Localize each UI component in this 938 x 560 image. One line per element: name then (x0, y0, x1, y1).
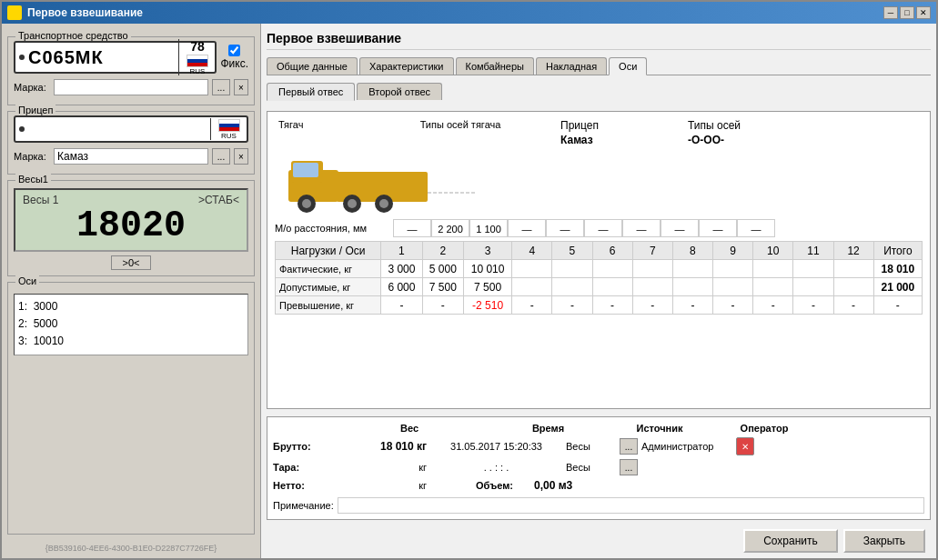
dist-cell-2: 1 100 (469, 219, 508, 237)
netto-label: Нетто: (273, 480, 332, 491)
pritsep-group: Прицеп RUS Марка: ... × (7, 111, 255, 175)
col-9: 9 (713, 242, 753, 260)
primechanie-row: Примечание: (273, 497, 924, 514)
dist-cell-3: — (508, 219, 546, 237)
dop-8 (672, 278, 712, 296)
dop-7 (632, 278, 672, 296)
fakt-2: 5 000 (422, 260, 463, 278)
dop-itogo: 21 000 (873, 278, 922, 296)
pritsep-plate-region: RUS (210, 118, 243, 140)
ves-header: Вес (337, 423, 482, 434)
prev-6: - (592, 296, 632, 315)
main-window: Первое взвешивание ─ □ ✕ Транспортное ср… (0, 0, 938, 560)
netto-row: Нетто: кг Объем: 0,00 м3 (273, 479, 924, 492)
marka-clear-button[interactable]: × (234, 79, 248, 95)
table-row: Превышение, кг - - -2 510 - - - - - - - … (276, 296, 923, 315)
col-header-label: Нагрузки / Оси (276, 242, 381, 260)
svg-point-7 (348, 199, 357, 208)
title-bar: Первое взвешивание ─ □ ✕ (2, 2, 936, 24)
maximize-button[interactable]: □ (900, 6, 914, 19)
close-button[interactable]: Закрыть (843, 529, 925, 553)
fakt-itogo: 18 010 (873, 260, 922, 278)
marka-row-pritsep: Марка: ... × (14, 148, 248, 165)
dist-cell-9: — (737, 219, 775, 237)
plate-dot (19, 55, 25, 60)
col-itogo: Итого (873, 242, 922, 260)
istochnik-header: Источник (614, 423, 705, 434)
operator-header: Оператор (705, 423, 823, 434)
svg-point-5 (302, 199, 311, 208)
truck-icon (284, 152, 484, 215)
brutto-delete-button[interactable]: ✕ (736, 437, 754, 455)
tara-time: . . : : . (430, 462, 562, 473)
tab-kombainery[interactable]: Комбайнеры (456, 57, 535, 75)
tara-source-button[interactable]: ... (620, 459, 638, 475)
axes-table: Нагрузки / Оси 1 2 3 4 5 6 7 8 9 10 11 (275, 241, 923, 315)
pritsep-header: Прицеп (560, 119, 688, 132)
pritsep-plate-flag (218, 119, 240, 132)
fix-checkbox[interactable] (228, 45, 240, 56)
list-item: 2: 5000 (18, 315, 244, 333)
tab-nakladnaya[interactable]: Накладная (536, 57, 607, 75)
brutto-label: Брутто: (273, 441, 332, 452)
pritsep-plate-rus: RUS (221, 132, 237, 140)
pritsep-marka-input[interactable] (54, 148, 208, 165)
brutto-source-button[interactable]: ... (620, 438, 638, 455)
netto-ves: кг (336, 480, 427, 491)
brutto-source: Весы (566, 441, 616, 452)
fakt-5 (552, 260, 592, 278)
window-close-button[interactable]: ✕ (916, 6, 931, 19)
pritsep-marka-clear-button[interactable]: × (234, 148, 248, 165)
scales-header-right: >СТАБ< (198, 194, 239, 206)
col-2: 2 (422, 242, 463, 260)
dop-4 (512, 278, 552, 296)
marka-browse-button[interactable]: ... (212, 79, 230, 95)
fakt-12 (833, 260, 873, 278)
distance-cells: — 2 200 1 100 — — — — — — — (393, 219, 775, 237)
row-label-dop: Допустимые, кг (276, 278, 381, 296)
license-plate-row: С065МК 78 RUS Фикс. (14, 41, 248, 74)
pritsep-plate-dot (19, 126, 25, 132)
fix-label: Фикс. (220, 57, 248, 70)
pritsep-plate: RUS (14, 115, 248, 143)
sub-tabs: Первый отвес Второй отвес (267, 83, 931, 100)
zero-button[interactable]: >0< (111, 255, 152, 270)
prev-9: - (713, 296, 753, 315)
prev-8: - (672, 296, 712, 315)
tipy-osei-pr-value: -О-ОО- (688, 134, 741, 146)
prev-11: - (793, 296, 833, 315)
plate-number: С065МК (28, 47, 178, 68)
col-4: 4 (512, 242, 552, 260)
col-1: 1 (381, 242, 422, 260)
dist-cell-1: 2 200 (431, 219, 469, 237)
plate-region: 78 RUS (178, 39, 211, 75)
tab-obshchie[interactable]: Общие данные (267, 57, 358, 75)
tab-osi[interactable]: Оси (609, 57, 647, 75)
prev-2: - (422, 296, 463, 315)
pritsep-value: Камаз (560, 134, 688, 146)
prev-3: -2 510 (464, 296, 512, 315)
tyagach-header: Тягач (278, 119, 378, 146)
fakt-8 (672, 260, 712, 278)
dist-cell-5: — (584, 219, 622, 237)
tipy-osei-header: Типы осей тягача (378, 119, 542, 146)
fakt-6 (592, 260, 632, 278)
distance-row: М/о расстояния, мм — 2 200 1 100 — — — —… (275, 219, 923, 237)
pritsep-group-title: Прицеп (15, 105, 55, 115)
dist-cell-6: — (622, 219, 661, 237)
fakt-9 (713, 260, 753, 278)
transport-group: Транспортное средство С065МК 78 RUS (7, 36, 255, 105)
distance-label: М/о расстояния, мм (275, 223, 393, 234)
tab-kharakteristiki[interactable]: Характеристики (359, 57, 454, 75)
sub-tab-second[interactable]: Второй отвес (357, 83, 442, 100)
col-11: 11 (793, 242, 833, 260)
save-button[interactable]: Сохранить (743, 529, 838, 553)
sub-tab-first[interactable]: Первый отвес (267, 83, 355, 101)
dop-10 (753, 278, 793, 296)
dop-3: 7 500 (464, 278, 512, 296)
minimize-button[interactable]: ─ (883, 6, 898, 19)
pritsep-marka-browse-button[interactable]: ... (212, 148, 230, 165)
prev-12: - (833, 296, 873, 315)
primechanie-input[interactable] (338, 497, 924, 514)
marka-input[interactable] (54, 79, 208, 95)
